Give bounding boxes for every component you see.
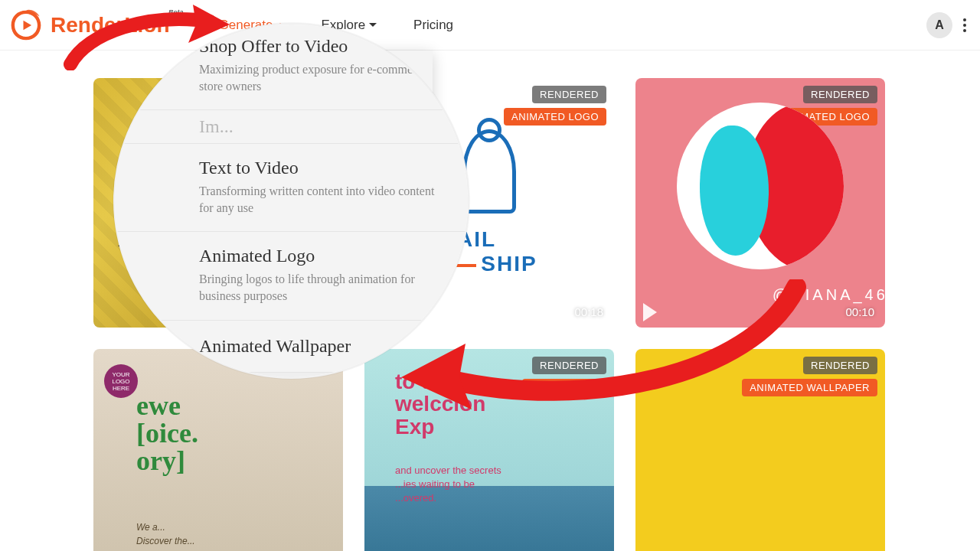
gallery-card[interactable]: RENDERED ANIMATED LOGO @DIANA_463 00:10 xyxy=(635,78,885,328)
type-badge: VIDEO INTRO xyxy=(522,379,606,396)
header: RenderLion Beta Generate Explore Pricing… xyxy=(0,0,980,51)
duration-label: 00:10 xyxy=(845,305,874,318)
logo-text: RenderLion Beta xyxy=(51,13,170,37)
type-badge: ANIMATED LOGO xyxy=(504,108,606,126)
duration-label: 00:18 xyxy=(574,305,603,318)
avatar[interactable]: A xyxy=(926,12,952,38)
beta-label: Beta xyxy=(168,8,184,16)
header-right: A xyxy=(926,12,971,38)
play-icon xyxy=(643,303,657,321)
menu-animated-logo-zoom[interactable]: Animated Logo Bringing logos to life thr… xyxy=(115,232,468,320)
caret-down-icon xyxy=(369,23,377,27)
menu-text-to-video-zoom[interactable]: Text to Video Transforming written conte… xyxy=(115,144,468,232)
anchor-icon xyxy=(462,129,516,214)
status-badge: RENDERED xyxy=(803,357,877,374)
nav-pricing[interactable]: Pricing xyxy=(413,18,453,33)
gallery-card[interactable]: RENDERED ANIMATED WALLPAPER xyxy=(635,349,885,551)
status-badge: RENDERED xyxy=(532,86,606,103)
magnifier-overlay: Shop Offer to Video Maximizing product e… xyxy=(113,23,469,379)
status-badge: RENDERED xyxy=(532,357,606,374)
gallery-card[interactable]: RENDERED VIDEO INTRO to the welcclon Exp… xyxy=(364,349,614,551)
menu-image-zoom[interactable]: Im... xyxy=(115,110,468,144)
kebab-menu-icon[interactable] xyxy=(959,14,971,37)
gallery-card[interactable]: YOUR LOGO HERE ewe [oice. ory] We a... D… xyxy=(93,349,343,551)
logo-icon xyxy=(9,8,43,42)
logo[interactable]: RenderLion Beta xyxy=(9,8,170,42)
status-badge: RENDERED xyxy=(803,86,877,103)
type-badge: ANIMATED WALLPAPER xyxy=(742,379,877,396)
